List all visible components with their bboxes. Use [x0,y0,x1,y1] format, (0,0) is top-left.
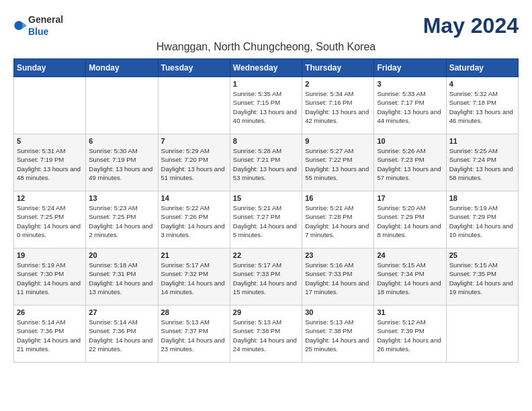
day-info: Sunrise: 5:19 AMSunset: 7:29 PMDaylight:… [449,203,515,239]
day-number: 9 [305,137,371,145]
table-row: 18 Sunrise: 5:19 AMSunset: 7:29 PMDaylig… [446,191,518,248]
svg-point-0 [14,21,23,30]
day-number: 2 [305,80,371,88]
day-info: Sunrise: 5:15 AMSunset: 7:35 PMDaylight:… [449,261,515,296]
table-row: 26 Sunrise: 5:14 AMSunset: 7:36 PMDaylig… [14,306,86,363]
day-number: 14 [161,194,227,202]
day-number: 19 [17,251,83,259]
logo: General Blue [13,13,63,38]
day-number: 8 [233,137,299,145]
day-info: Sunrise: 5:13 AMSunset: 7:37 PMDaylight:… [161,318,227,353]
table-row: 29 Sunrise: 5:13 AMSunset: 7:38 PMDaylig… [230,306,302,363]
logo-general: General [28,14,63,25]
calendar-subtitle: Hwanggan, North Chungcheong, South Korea [13,41,519,53]
day-info: Sunrise: 5:21 AMSunset: 7:28 PMDaylight:… [305,203,371,239]
table-row: 3 Sunrise: 5:33 AMSunset: 7:17 PMDayligh… [374,77,446,134]
logo-text: General Blue [28,13,63,38]
day-info: Sunrise: 5:19 AMSunset: 7:30 PMDaylight:… [17,261,83,296]
day-number: 28 [161,308,227,316]
day-info: Sunrise: 5:15 AMSunset: 7:34 PMDaylight:… [377,261,443,296]
day-number: 21 [161,251,227,259]
day-number: 10 [377,137,443,145]
table-row: 10 Sunrise: 5:26 AMSunset: 7:23 PMDaylig… [374,134,446,191]
day-info: Sunrise: 5:17 AMSunset: 7:33 PMDaylight:… [233,261,299,296]
day-number: 29 [233,308,299,316]
day-number: 27 [89,308,154,316]
day-number: 11 [449,137,515,145]
day-number: 12 [17,194,83,202]
table-row: 22 Sunrise: 5:17 AMSunset: 7:33 PMDaylig… [230,248,302,306]
day-number: 4 [449,80,515,88]
day-number: 25 [449,251,515,259]
header-friday: Friday [374,59,446,77]
day-info: Sunrise: 5:26 AMSunset: 7:23 PMDaylight:… [377,146,443,182]
day-info: Sunrise: 5:34 AMSunset: 7:16 PMDaylight:… [305,89,371,125]
calendar-container: General Blue May 2024 Hwanggan, North Ch… [13,13,519,363]
day-info: Sunrise: 5:12 AMSunset: 7:39 PMDaylight:… [377,318,443,353]
day-number: 6 [89,137,154,145]
day-info: Sunrise: 5:33 AMSunset: 7:17 PMDaylight:… [377,89,443,125]
header-wednesday: Wednesday [230,59,302,77]
svg-marker-1 [22,22,27,28]
table-row: 6 Sunrise: 5:30 AMSunset: 7:19 PMDayligh… [86,134,158,191]
day-info: Sunrise: 5:27 AMSunset: 7:22 PMDaylight:… [305,146,371,182]
day-info: Sunrise: 5:13 AMSunset: 7:38 PMDaylight:… [233,318,299,353]
table-row: 31 Sunrise: 5:12 AMSunset: 7:39 PMDaylig… [374,306,446,363]
header-thursday: Thursday [302,59,374,77]
day-info: Sunrise: 5:35 AMSunset: 7:15 PMDaylight:… [233,89,299,125]
day-info: Sunrise: 5:20 AMSunset: 7:29 PMDaylight:… [377,203,443,239]
table-row: 1 Sunrise: 5:35 AMSunset: 7:15 PMDayligh… [230,77,302,134]
table-row: 2 Sunrise: 5:34 AMSunset: 7:16 PMDayligh… [302,77,374,134]
calendar-table: Sunday Monday Tuesday Wednesday Thursday… [13,58,519,363]
day-number: 3 [377,80,443,88]
table-row: 4 Sunrise: 5:32 AMSunset: 7:18 PMDayligh… [446,77,518,134]
header-saturday: Saturday [446,59,518,77]
table-row: 12 Sunrise: 5:24 AMSunset: 7:25 PMDaylig… [14,191,86,248]
table-row: 5 Sunrise: 5:31 AMSunset: 7:19 PMDayligh… [14,134,86,191]
day-number: 7 [161,137,227,145]
day-info: Sunrise: 5:21 AMSunset: 7:27 PMDaylight:… [233,203,299,239]
header-monday: Monday [86,59,158,77]
day-info: Sunrise: 5:17 AMSunset: 7:32 PMDaylight:… [161,261,227,296]
table-row [86,77,158,134]
day-number: 5 [17,137,83,145]
calendar-week-row: 19 Sunrise: 5:19 AMSunset: 7:30 PMDaylig… [14,248,519,306]
calendar-week-row: 12 Sunrise: 5:24 AMSunset: 7:25 PMDaylig… [14,191,519,248]
day-info: Sunrise: 5:24 AMSunset: 7:25 PMDaylight:… [17,203,83,239]
table-row: 7 Sunrise: 5:29 AMSunset: 7:20 PMDayligh… [158,134,230,191]
day-info: Sunrise: 5:13 AMSunset: 7:38 PMDaylight:… [305,318,371,353]
table-row: 15 Sunrise: 5:21 AMSunset: 7:27 PMDaylig… [230,191,302,248]
day-info: Sunrise: 5:25 AMSunset: 7:24 PMDaylight:… [449,146,515,182]
table-row: 24 Sunrise: 5:15 AMSunset: 7:34 PMDaylig… [374,248,446,306]
table-row: 14 Sunrise: 5:22 AMSunset: 7:26 PMDaylig… [158,191,230,248]
table-row: 23 Sunrise: 5:16 AMSunset: 7:33 PMDaylig… [302,248,374,306]
day-number: 23 [305,251,371,259]
weekday-header-row: Sunday Monday Tuesday Wednesday Thursday… [14,59,519,77]
header-tuesday: Tuesday [158,59,230,77]
day-info: Sunrise: 5:22 AMSunset: 7:26 PMDaylight:… [161,203,227,239]
table-row: 28 Sunrise: 5:13 AMSunset: 7:37 PMDaylig… [158,306,230,363]
table-row [14,77,86,134]
day-number: 26 [17,308,83,316]
header-sunday: Sunday [14,59,86,77]
day-info: Sunrise: 5:31 AMSunset: 7:19 PMDaylight:… [17,146,83,182]
day-info: Sunrise: 5:14 AMSunset: 7:36 PMDaylight:… [17,318,83,353]
calendar-week-row: 1 Sunrise: 5:35 AMSunset: 7:15 PMDayligh… [14,77,519,134]
day-info: Sunrise: 5:14 AMSunset: 7:36 PMDaylight:… [89,318,154,353]
table-row: 19 Sunrise: 5:19 AMSunset: 7:30 PMDaylig… [14,248,86,306]
table-row: 16 Sunrise: 5:21 AMSunset: 7:28 PMDaylig… [302,191,374,248]
day-info: Sunrise: 5:16 AMSunset: 7:33 PMDaylight:… [305,261,371,296]
day-number: 13 [89,194,154,202]
header: General Blue May 2024 [13,13,519,38]
calendar-week-row: 26 Sunrise: 5:14 AMSunset: 7:36 PMDaylig… [14,306,519,363]
day-number: 17 [377,194,443,202]
day-number: 24 [377,251,443,259]
table-row: 21 Sunrise: 5:17 AMSunset: 7:32 PMDaylig… [158,248,230,306]
day-info: Sunrise: 5:29 AMSunset: 7:20 PMDaylight:… [161,146,227,182]
table-row [446,306,518,363]
day-number: 20 [89,251,154,259]
day-number: 31 [377,308,443,316]
day-number: 1 [233,80,299,88]
table-row: 20 Sunrise: 5:18 AMSunset: 7:31 PMDaylig… [86,248,158,306]
day-number: 15 [233,194,299,202]
